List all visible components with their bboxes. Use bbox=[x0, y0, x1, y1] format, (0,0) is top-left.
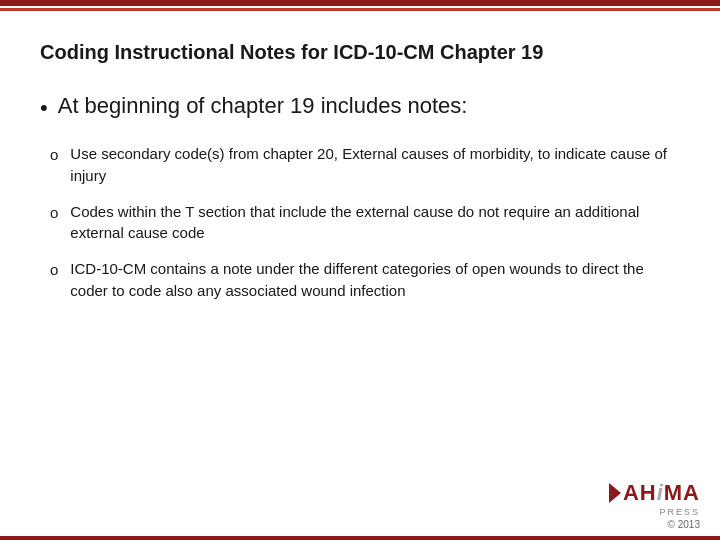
bottom-border bbox=[0, 536, 720, 540]
ahima-logo-main: AHiMA bbox=[609, 480, 700, 506]
sub-bullets-list: o Use secondary code(s) from chapter 20,… bbox=[50, 143, 680, 302]
top-border-thick bbox=[0, 0, 720, 6]
footer: AHiMA PRESS © 2013 bbox=[589, 472, 720, 540]
sub-bullet-text-2: Codes within the T section that include … bbox=[70, 201, 680, 245]
main-bullet: • At beginning of chapter 19 includes no… bbox=[40, 93, 680, 121]
ma-text: MA bbox=[664, 480, 700, 505]
ahima-logo-text: AHiMA bbox=[623, 480, 700, 506]
ahima-logo: AHiMA PRESS © 2013 bbox=[609, 480, 700, 530]
copyright-text: © 2013 bbox=[668, 519, 700, 530]
main-bullet-text: At beginning of chapter 19 includes note… bbox=[58, 93, 468, 119]
sub-bullet-marker-1: o bbox=[50, 144, 58, 166]
ahima-triangle-icon bbox=[609, 483, 621, 503]
ah-text: AH bbox=[623, 480, 657, 505]
bullet-dot: • bbox=[40, 95, 48, 121]
content-area: Coding Instructional Notes for ICD-10-CM… bbox=[0, 11, 720, 540]
sub-bullet-1: o Use secondary code(s) from chapter 20,… bbox=[50, 143, 680, 187]
sub-bullet-marker-3: o bbox=[50, 259, 58, 281]
i-text: i bbox=[657, 480, 664, 505]
sub-bullet-marker-2: o bbox=[50, 202, 58, 224]
slide-title: Coding Instructional Notes for ICD-10-CM… bbox=[40, 39, 680, 65]
slide-container: Coding Instructional Notes for ICD-10-CM… bbox=[0, 0, 720, 540]
sub-bullet-3: o ICD-10-CM contains a note under the di… bbox=[50, 258, 680, 302]
press-label: PRESS bbox=[659, 507, 700, 517]
sub-bullet-text-1: Use secondary code(s) from chapter 20, E… bbox=[70, 143, 680, 187]
sub-bullet-text-3: ICD-10-CM contains a note under the diff… bbox=[70, 258, 680, 302]
sub-bullet-2: o Codes within the T section that includ… bbox=[50, 201, 680, 245]
